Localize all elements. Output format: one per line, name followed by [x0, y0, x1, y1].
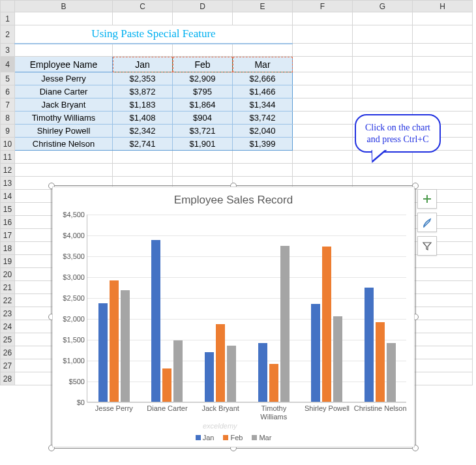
row-header[interactable]: 26	[1, 346, 15, 359]
table-cell-value[interactable]: $1,901	[173, 138, 233, 151]
chart-elements-button[interactable]	[417, 189, 437, 209]
table-cell-value[interactable]: $2,342	[113, 125, 173, 138]
table-cell-value[interactable]: $2,353	[113, 72, 173, 85]
row-header[interactable]: 28	[1, 372, 15, 385]
table-cell-value[interactable]: $3,872	[113, 85, 173, 98]
table-cell-name[interactable]: Shirley Powell	[15, 125, 113, 138]
col-header[interactable]: H	[413, 1, 473, 12]
table-cell-value[interactable]: $1,408	[113, 112, 173, 125]
table-cell-name[interactable]: Timothy Williams	[15, 112, 113, 125]
row-header[interactable]: 6	[1, 85, 15, 98]
bar[interactable]	[387, 343, 396, 402]
row-header[interactable]: 8	[1, 112, 15, 125]
table-cell-name[interactable]: Jesse Perry	[15, 72, 113, 85]
col-header[interactable]: F	[293, 1, 353, 12]
bar[interactable]	[322, 247, 331, 402]
row-header[interactable]: 7	[1, 98, 15, 112]
row-header[interactable]: 23	[1, 307, 15, 320]
bar-group[interactable]	[301, 247, 354, 402]
row-header[interactable]: 22	[1, 294, 15, 307]
bar[interactable]	[110, 280, 119, 402]
table-cell-name[interactable]: Jack Bryant	[15, 98, 113, 112]
table-cell-value[interactable]: $1,183	[113, 98, 173, 112]
bar-group[interactable]	[194, 324, 247, 402]
row-header[interactable]: 10	[1, 138, 15, 151]
bar[interactable]	[333, 316, 342, 402]
row-header[interactable]: 21	[1, 281, 15, 294]
bar[interactable]	[151, 240, 160, 402]
legend-item[interactable]: Mar	[252, 434, 271, 442]
col-header[interactable]: C	[113, 1, 173, 12]
row-header[interactable]: 1	[1, 12, 15, 25]
table-cell-value[interactable]: $3,721	[173, 125, 233, 138]
row-header[interactable]: 17	[1, 229, 15, 242]
table-header-month[interactable]: Feb	[173, 57, 233, 72]
table-cell-value[interactable]: $1,466	[233, 85, 293, 98]
row-header[interactable]: 25	[1, 333, 15, 346]
chart-plot-area[interactable]: $0$500$1,000$1,500$2,000$2,500$3,000$3,5…	[87, 215, 406, 402]
bar[interactable]	[364, 288, 374, 402]
bar-group[interactable]	[353, 288, 407, 402]
row-header[interactable]: 27	[1, 359, 15, 372]
bar[interactable]	[216, 324, 225, 402]
select-all-cell[interactable]	[1, 1, 15, 12]
table-cell-value[interactable]: $1,399	[233, 138, 293, 151]
bar-group[interactable]	[141, 240, 194, 402]
row-header[interactable]: 15	[1, 203, 15, 216]
table-cell-name[interactable]: Diane Carter	[15, 85, 113, 98]
bar[interactable]	[227, 346, 236, 402]
col-header[interactable]: B	[15, 1, 113, 12]
table-cell-value[interactable]: $2,040	[233, 125, 293, 138]
table-cell-value[interactable]: $2,741	[113, 138, 173, 151]
chart-title[interactable]: Employee Sales Record	[53, 187, 414, 209]
row-header[interactable]: 14	[1, 190, 15, 203]
table-cell-value[interactable]: $3,742	[233, 112, 293, 125]
col-header[interactable]: E	[233, 1, 293, 12]
row-header[interactable]: 19	[1, 255, 15, 268]
chart-legend[interactable]: Jan Feb Mar	[53, 434, 414, 442]
bar[interactable]	[311, 304, 320, 402]
col-header[interactable]: D	[173, 1, 233, 12]
legend-item[interactable]: Jan	[196, 434, 215, 442]
row-header[interactable]: 4	[1, 57, 15, 72]
table-header-month[interactable]: Jan	[113, 57, 173, 72]
table-cell-value[interactable]: $2,666	[233, 72, 293, 85]
table-cell-value[interactable]: $795	[173, 85, 233, 98]
table-header-month[interactable]: Mar	[233, 57, 293, 72]
table-cell-value[interactable]: $1,864	[173, 98, 233, 112]
table-cell-value[interactable]: $1,344	[233, 98, 293, 112]
bar[interactable]	[121, 290, 130, 402]
col-header[interactable]: G	[353, 1, 413, 12]
row-header[interactable]: 20	[1, 268, 15, 281]
row-header[interactable]: 13	[1, 177, 15, 190]
row-header[interactable]: 24	[1, 320, 15, 333]
chart-object[interactable]: Employee Sales Record $0$500$1,000$1,500…	[52, 187, 415, 447]
row-header[interactable]: 11	[1, 151, 15, 164]
table-cell-name[interactable]: Christine Nelson	[15, 138, 113, 151]
row-header[interactable]: 18	[1, 242, 15, 255]
table-cell-value[interactable]: $904	[173, 112, 233, 125]
table-cell-value[interactable]: $2,909	[173, 72, 233, 85]
row-header[interactable]: 3	[1, 44, 15, 57]
bar-group[interactable]	[247, 246, 301, 402]
bar[interactable]	[258, 343, 267, 402]
chart-filters-button[interactable]	[417, 236, 437, 256]
bar[interactable]	[280, 246, 290, 402]
chart-styles-button[interactable]	[417, 213, 437, 232]
row-header[interactable]: 2	[1, 25, 15, 44]
bar[interactable]	[173, 340, 183, 402]
y-axis-label: $0	[57, 398, 87, 406]
row-header[interactable]: 9	[1, 125, 15, 138]
bar[interactable]	[269, 364, 278, 402]
bar[interactable]	[98, 303, 108, 402]
x-axis-label: Jesse Perry	[87, 402, 141, 413]
bar[interactable]	[205, 352, 214, 402]
legend-item[interactable]: Feb	[223, 434, 243, 442]
row-header[interactable]: 16	[1, 216, 15, 229]
row-header[interactable]: 12	[1, 164, 15, 177]
bar-group[interactable]	[87, 280, 141, 402]
bar[interactable]	[162, 368, 171, 402]
table-header-name[interactable]: Employee Name	[15, 57, 113, 72]
row-header[interactable]: 5	[1, 72, 15, 85]
bar[interactable]	[376, 322, 385, 402]
